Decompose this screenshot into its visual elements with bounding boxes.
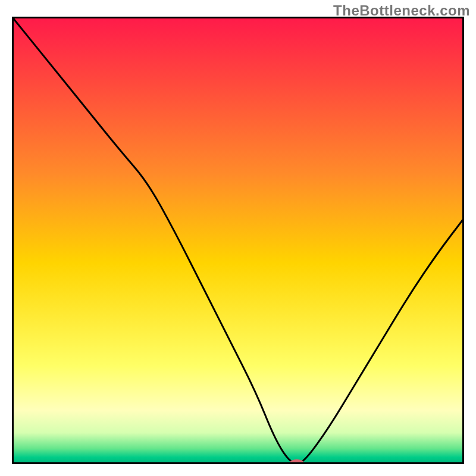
plot-area — [12, 17, 464, 464]
gradient-background — [12, 17, 464, 464]
watermark-text: TheBottleneck.com — [333, 2, 470, 19]
bottleneck-chart — [12, 17, 464, 464]
chart-container: TheBottleneck.com — [0, 0, 476, 476]
